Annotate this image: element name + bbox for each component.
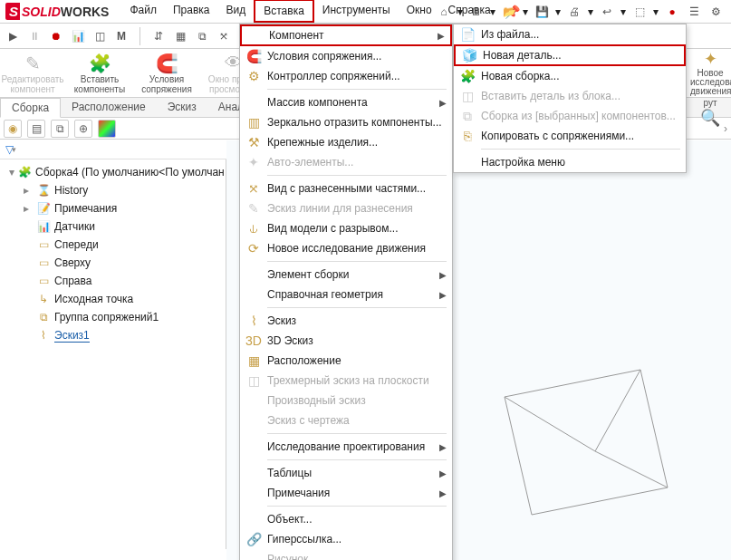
tree-item[interactable]: ⧉Группа сопряжений1 [4, 308, 222, 326]
menu-item[interactable]: 🧩Новая сборка... [454, 66, 686, 86]
print-icon[interactable]: 🖨 [566, 4, 582, 20]
menu-item-label: Настройка меню [477, 156, 680, 169]
minus-icon[interactable]: ▾ [9, 166, 14, 179]
menu-item-label: Таблицы [264, 467, 439, 479]
menu-item[interactable]: Справочная геометрия▶ [240, 285, 452, 304]
layout-icon[interactable]: ▦ [171, 27, 189, 45]
select-icon[interactable]: ⬚ [631, 4, 648, 20]
tree-item[interactable]: ⌇Эскиз1 [4, 326, 222, 344]
home-icon[interactable]: ⌂ [436, 4, 452, 20]
menu-item[interactable]: 📄Из файла... [454, 24, 686, 44]
box-icon[interactable]: ◫ [91, 27, 109, 45]
tab-Сборка[interactable]: Сборка [0, 98, 61, 118]
menu-item[interactable]: 🧲Условия сопряжения... [240, 46, 452, 66]
menu-item[interactable]: ⤧Вид с разнесенными частями... [240, 179, 452, 198]
appearance-icon[interactable] [98, 120, 116, 138]
menu-item-label: Из файла... [477, 28, 680, 41]
tree-item[interactable]: 📊Датчики [4, 217, 222, 236]
insert-menu[interactable]: Компонент▶🧲Условия сопряжения...⚙Контрол… [239, 24, 453, 560]
menu-вставка[interactable]: Вставка [254, 0, 314, 23]
menu-правка[interactable]: Правка [165, 0, 218, 23]
menu-item[interactable]: ▦Расположение [240, 351, 452, 371]
menu-item[interactable]: 🧊Новая деталь... [454, 44, 686, 66]
menu-item[interactable]: ⫝Вид модели с разрывом... [240, 218, 452, 238]
new-motion-study-button[interactable]: ✦ Новое исследование движения [690, 49, 730, 96]
chart-icon[interactable]: 📊 [69, 27, 87, 45]
menu-вид[interactable]: Вид [218, 0, 255, 23]
align-icon[interactable]: ⇵ [149, 27, 168, 45]
menu-item[interactable]: Примечания▶ [240, 483, 452, 503]
menu-item-label: Элемент сборки [264, 268, 439, 281]
tab-Эскиз[interactable]: Эскиз [157, 98, 207, 117]
menu-item-label: Новая деталь... [479, 49, 678, 62]
menu-item[interactable]: Компонент▶ [240, 24, 452, 46]
undo-icon[interactable]: ↩ [599, 4, 615, 20]
property-mgr-icon[interactable]: ▤ [27, 120, 45, 138]
tree-item[interactable]: ▭Сверху [4, 254, 222, 272]
wireframe-sketch [459, 352, 695, 533]
tree-item-icon: ▭ [36, 275, 51, 287]
menu-item[interactable]: 3D3D Эскиз [240, 331, 452, 351]
menu-item[interactable]: Исследование проектирования▶ [240, 437, 452, 457]
svg-line-1 [640, 370, 668, 488]
menu-item: Эскиз с чертежа [240, 410, 452, 430]
tree-item[interactable]: ▭Спереди [4, 236, 222, 254]
menu-item-label: Авто-элементы... [264, 156, 447, 169]
pause-icon[interactable]: ⏸ [25, 27, 43, 45]
routing-button[interactable]: рут 🔍 [690, 99, 730, 128]
menu-инструменты[interactable]: Инструменты [314, 0, 399, 23]
menu-item[interactable]: Объект... [240, 509, 452, 529]
config-mgr-icon[interactable]: ⧉ [51, 120, 69, 138]
menu-item[interactable]: ⚙Контроллер сопряжений... [240, 66, 452, 86]
menu-item[interactable]: ⚒Крепежные изделия... [240, 132, 452, 152]
menu-item[interactable]: Элемент сборки▶ [240, 265, 452, 285]
m-icon[interactable]: M [112, 27, 130, 45]
ribbon-btn-1[interactable]: 🧩Вставить компоненты [71, 51, 129, 94]
menu-item-icon: ⫝ [244, 221, 264, 236]
menu-item-label: Сборка из [выбранных] компонентов... [477, 110, 680, 122]
tree-item[interactable]: ↳Исходная точка [4, 290, 222, 308]
menu-item[interactable]: Таблицы▶ [240, 463, 452, 483]
tab-Расположение[interactable]: Расположение [61, 98, 157, 117]
menu-item-icon: 🔗 [244, 532, 264, 546]
menu-item[interactable]: 🔗Гиперссылка... [240, 529, 452, 549]
rec-icon[interactable]: ● [664, 4, 680, 20]
component-submenu[interactable]: 📄Из файла...🧊Новая деталь...🧩Новая сборк… [453, 24, 687, 173]
play-icon[interactable]: ▶ [4, 27, 22, 45]
menu-item-icon: 🧊 [459, 48, 479, 63]
stack-icon[interactable]: ⧉ [193, 27, 211, 45]
dim-mgr-icon[interactable]: ⊕ [74, 120, 92, 138]
menu-окно[interactable]: Окно [399, 0, 440, 23]
tree-item[interactable]: ▸⌛History [4, 181, 222, 199]
record-icon[interactable]: ⏺ [47, 27, 65, 45]
menu-item-label: 3D Эскиз [264, 334, 447, 347]
save-icon[interactable]: 💾 [534, 4, 550, 20]
open-icon[interactable]: 📂 [501, 4, 517, 20]
new-icon[interactable]: 🗎 [468, 4, 485, 20]
menu-item[interactable]: ▥Зеркально отразить компоненты... [240, 112, 452, 132]
explode-icon[interactable]: ⤧ [215, 27, 233, 45]
brand-works: WORKS [61, 5, 110, 19]
chevron-right-icon: ▶ [439, 442, 447, 452]
menu-item-icon: ▥ [244, 115, 264, 130]
menu-item-icon: ✦ [244, 155, 264, 169]
menu-item-label: Гиперссылка... [264, 533, 447, 546]
feature-tree-icon[interactable]: ◉ [4, 120, 22, 138]
menu-item[interactable]: ⎘Копировать с сопряжениями... [454, 126, 686, 146]
tree-root[interactable]: ▾ 🧩 Сборка4 (По умолчанию<По умолчан [4, 163, 222, 181]
menu-item[interactable]: ⟳Новое исследование движения [240, 238, 452, 258]
menu-item: ✦Авто-элементы... [240, 152, 452, 172]
gear-icon[interactable]: ⚙ [707, 4, 724, 20]
menu-item: ⧉Сборка из [выбранных] компонентов... [454, 106, 686, 126]
ribbon-btn-2[interactable]: 🧲Условия сопряжения [138, 51, 196, 94]
list-icon[interactable]: ☰ [686, 4, 702, 20]
menu-файл[interactable]: Файл [121, 0, 165, 23]
menu-item[interactable]: ⌇Эскиз [240, 311, 452, 331]
menu-item[interactable]: Массив компонента▶ [240, 92, 452, 112]
tree-item[interactable]: ▭Справа [4, 272, 222, 290]
tree-item-label: Примечания [54, 202, 117, 215]
menu-item[interactable]: Настройка меню [454, 152, 686, 172]
menu-item-icon: ⌇ [244, 314, 264, 328]
menu-item-icon: 🧩 [457, 69, 477, 83]
tree-item[interactable]: ▸📝Примечания [4, 199, 222, 217]
